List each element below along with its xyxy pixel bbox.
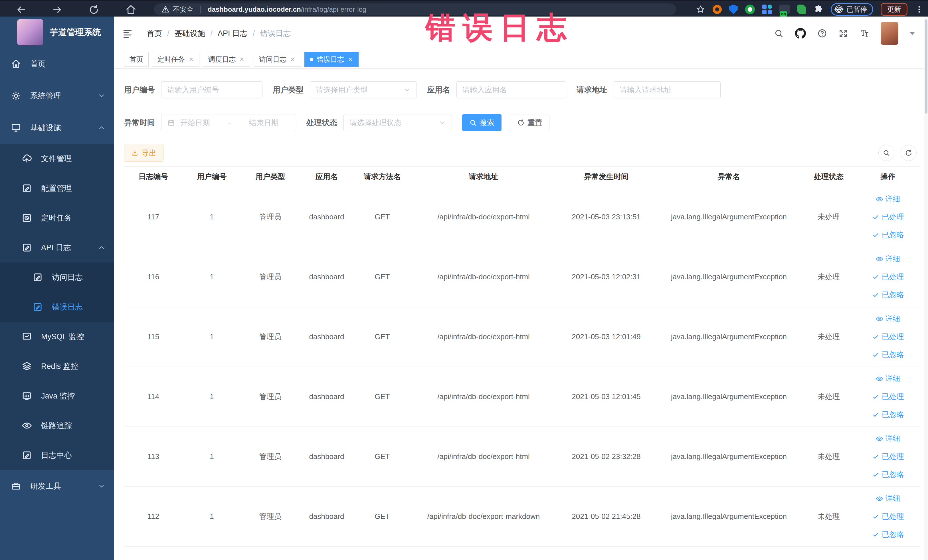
extension-icon[interactable] — [797, 5, 806, 14]
mark-processed-link[interactable]: 已处理 — [872, 212, 904, 222]
close-icon[interactable] — [290, 56, 296, 62]
browser-update-button[interactable]: 更新 — [881, 3, 907, 16]
breadcrumb-item[interactable]: 基础设施 — [175, 28, 205, 38]
mark-ignored-link[interactable]: 已忽略 — [872, 230, 904, 240]
extension-icon[interactable] — [762, 5, 772, 14]
sidebar-item-file-mgmt[interactable]: 文件管理 — [0, 144, 114, 174]
sidebar-item-dev-tools[interactable]: 研发工具 — [0, 470, 114, 502]
sidebar-item-system[interactable]: 系统管理 — [0, 80, 114, 112]
reset-button[interactable]: 重置 — [510, 114, 549, 131]
mark-processed-link[interactable]: 已处理 — [872, 511, 904, 522]
user-id-input[interactable] — [161, 81, 263, 98]
log-edit-icon — [22, 450, 32, 461]
tab-job-log[interactable]: 调度日志 — [203, 52, 250, 67]
extension-icon[interactable] — [713, 5, 722, 14]
detail-link[interactable]: 详细 — [876, 194, 901, 204]
font-size-icon[interactable] — [859, 29, 869, 38]
fullscreen-icon[interactable] — [838, 29, 848, 38]
mark-processed-link[interactable]: 已处理 — [872, 392, 904, 402]
tab-home[interactable]: 首页 — [124, 52, 149, 67]
close-icon[interactable] — [239, 56, 245, 62]
sidebar-item-config-mgmt[interactable]: 配置管理 — [0, 174, 114, 203]
browser-home-icon[interactable] — [125, 4, 136, 15]
export-button[interactable]: 导出 — [124, 144, 163, 162]
browser-back-icon[interactable] — [16, 4, 26, 15]
breadcrumb-item[interactable]: API 日志 — [218, 28, 247, 38]
tab-access-log[interactable]: 访问日志 — [253, 52, 301, 67]
sidebar-item-java-monitor[interactable]: Java 监控 — [0, 381, 114, 411]
shield-extension-icon[interactable] — [729, 5, 738, 14]
app-name-field[interactable] — [462, 82, 560, 98]
sidebar-item-scheduled-tasks[interactable]: 定时任务 — [0, 203, 114, 233]
cell-log-id: 114 — [124, 367, 183, 427]
breadcrumb-separator: / — [211, 29, 213, 38]
mark-ignored-link[interactable]: 已忽略 — [872, 350, 904, 360]
browser-reload-icon[interactable] — [89, 4, 99, 15]
sidebar-item-redis-monitor[interactable]: Redis 监控 — [0, 351, 114, 381]
request-url-field[interactable] — [620, 82, 714, 98]
sidebar-item-error-log[interactable]: 错误日志 — [0, 292, 114, 322]
sidebar-item-tracing[interactable]: 链路追踪 — [0, 411, 114, 441]
app-logo — [17, 19, 43, 45]
cell-exception-name: java.lang.IllegalArgumentException — [656, 367, 801, 427]
exception-time-range-picker[interactable]: 开始日期 - 结束日期 — [161, 114, 296, 131]
tab-error-log[interactable]: 错误日志 — [304, 52, 359, 67]
close-icon[interactable] — [188, 56, 194, 62]
tab-scheduled-tasks[interactable]: 定时任务 — [152, 52, 199, 67]
extension-icon[interactable]: on — [779, 5, 790, 14]
mark-processed-link[interactable]: 已处理 — [872, 452, 904, 462]
security-chip[interactable]: 不安全 — [162, 5, 194, 14]
search-icon[interactable] — [774, 29, 784, 38]
profile-paused-badge[interactable]: 😂 已暂停 — [831, 3, 873, 16]
help-icon[interactable] — [817, 29, 827, 38]
col-log-id: 日志编号 — [124, 166, 183, 187]
sidebar-item-api-log[interactable]: API 日志 — [0, 233, 114, 262]
cell-status: 未处理 — [801, 247, 856, 307]
sidebar-item-label: 日志中心 — [41, 450, 72, 461]
user-id-field[interactable] — [167, 82, 256, 98]
request-url-input[interactable] — [614, 81, 720, 98]
address-bar[interactable]: 不安全 dashboard.yudao.iocoder.cn /infra/lo… — [154, 3, 676, 15]
detail-link[interactable]: 详细 — [876, 374, 901, 384]
log-edit-icon — [32, 272, 43, 282]
sidebar-item-home[interactable]: 首页 — [0, 48, 114, 80]
app-name-input[interactable] — [456, 81, 566, 98]
check-icon — [872, 231, 879, 239]
chevron-down-icon — [438, 119, 446, 127]
github-icon[interactable] — [795, 28, 806, 39]
sidebar-item-log-center[interactable]: 日志中心 — [0, 441, 114, 470]
detail-link[interactable]: 详细 — [876, 433, 901, 444]
close-icon[interactable] — [348, 56, 353, 62]
toggle-search-button[interactable] — [878, 145, 894, 161]
col-status: 处理状态 — [801, 166, 856, 187]
detail-link[interactable]: 详细 — [876, 314, 901, 324]
process-status-select[interactable]: 请选择处理状态 — [343, 114, 452, 131]
detail-link[interactable]: 详细 — [876, 254, 901, 264]
extension-icon[interactable] — [745, 5, 755, 14]
sidebar-item-infra[interactable]: 基础设施 — [0, 112, 114, 144]
scrollbar-thumb[interactable] — [925, 20, 927, 113]
mark-ignored-link[interactable]: 已忽略 — [872, 410, 904, 420]
cell-user-type: 管理员 — [241, 187, 299, 247]
browser-menu-kebab-icon[interactable] — [915, 5, 923, 14]
sidebar-item-access-log[interactable]: 访问日志 — [0, 262, 114, 292]
avatar-caret-icon[interactable] — [910, 32, 915, 35]
user-avatar[interactable] — [881, 22, 898, 45]
sidebar-collapse-icon[interactable] — [122, 28, 133, 39]
mark-ignored-link[interactable]: 已忽略 — [872, 470, 904, 479]
bookmark-star-icon[interactable] — [696, 5, 705, 14]
mark-processed-link[interactable]: 已处理 — [872, 332, 904, 342]
mark-ignored-link[interactable]: 已忽略 — [872, 529, 904, 539]
app-logo-row[interactable]: 芋道管理系统 — [0, 17, 114, 48]
mark-ignored-link[interactable]: 已忽略 — [872, 290, 904, 300]
extensions-puzzle-icon[interactable] — [814, 5, 823, 14]
refresh-table-button[interactable] — [901, 145, 917, 161]
detail-link[interactable]: 详细 — [876, 493, 901, 504]
browser-forward-icon[interactable] — [52, 4, 63, 15]
search-button[interactable]: 搜索 — [462, 114, 502, 131]
mark-processed-link[interactable]: 已处理 — [872, 272, 904, 282]
user-type-select[interactable]: 请选择用户类型 — [310, 81, 417, 98]
page-scrollbar[interactable] — [924, 17, 928, 560]
breadcrumb-item[interactable]: 首页 — [147, 28, 162, 38]
sidebar-item-mysql-monitor[interactable]: MySQL 监控 — [0, 322, 114, 351]
